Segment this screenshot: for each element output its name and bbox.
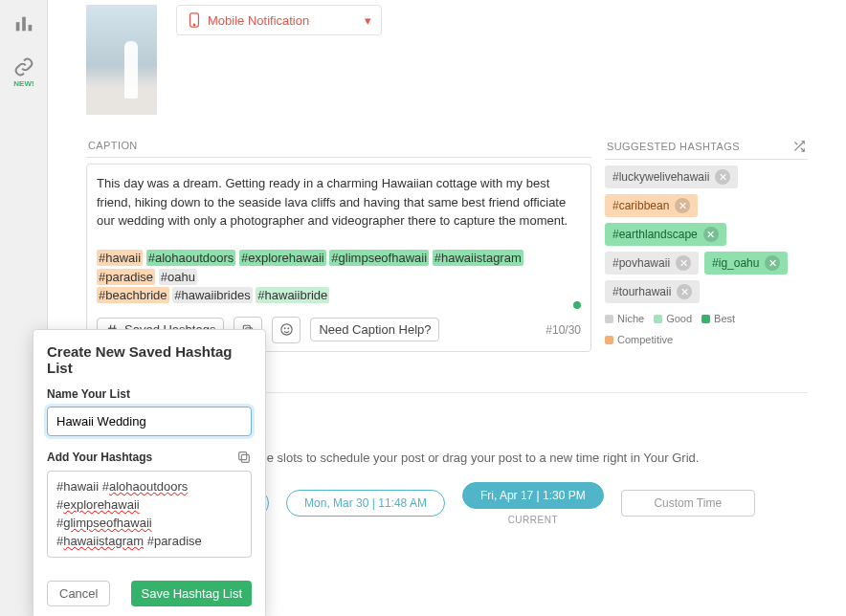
post-thumbnail[interactable] — [86, 5, 157, 115]
hashtags-textarea[interactable]: #hawaii #alohaoutdoors#explorehawaii#gli… — [47, 471, 252, 558]
suggested-tag[interactable]: #earthlandscape✕ — [605, 223, 726, 246]
remove-tag-icon[interactable]: ✕ — [675, 198, 690, 213]
shuffle-icon[interactable] — [792, 140, 806, 153]
add-hashtags-label: Add Your Hashtags — [47, 450, 252, 465]
list-name-input[interactable] — [47, 407, 252, 436]
notification-method-label: Mobile Notification — [208, 13, 309, 28]
svg-point-13 — [288, 328, 289, 329]
sidebar-analytics[interactable] — [0, 0, 48, 48]
suggested-tag[interactable]: #ig_oahu✕ — [704, 252, 788, 275]
chevron-down-icon: ▾ — [365, 13, 371, 28]
remove-tag-icon[interactable]: ✕ — [765, 255, 780, 271]
sidebar-link[interactable]: NEW! — [0, 48, 48, 96]
modal-title: Create New Saved Hashtag List — [47, 343, 252, 376]
custom-time-button[interactable]: Custom Time — [621, 490, 755, 517]
caption-help-button[interactable]: Need Caption Help? — [310, 318, 439, 341]
notification-method-select[interactable]: Mobile Notification ▾ — [176, 5, 382, 35]
svg-rect-2 — [29, 25, 33, 31]
remove-tag-icon[interactable]: ✕ — [676, 255, 691, 271]
emoji-button[interactable] — [272, 317, 301, 343]
suggested-hashtag-list: #luckywelivehawaii✕#caribbean✕#earthland… — [605, 165, 808, 303]
sidebar-new-badge: NEW! — [13, 79, 33, 88]
suggested-tag[interactable]: #tourhawaii✕ — [605, 280, 700, 303]
svg-rect-15 — [239, 452, 247, 460]
hashtag-counter: #10/30 — [545, 323, 581, 337]
remove-tag-icon[interactable]: ✕ — [703, 227, 719, 242]
caption-header: CAPTION — [86, 134, 591, 158]
time-slot-b[interactable]: Mon, Mar 30 | 11:48 AM — [286, 490, 445, 517]
status-dot — [573, 301, 581, 309]
mobile-icon — [189, 12, 200, 28]
cancel-button[interactable]: Cancel — [47, 581, 110, 606]
svg-point-11 — [281, 324, 292, 335]
suggested-tag[interactable]: #luckywelivehawaii✕ — [605, 165, 738, 188]
smiley-icon — [279, 322, 294, 337]
svg-point-4 — [193, 24, 194, 25]
caption-text[interactable]: This day was a dream. Getting ready in a… — [97, 174, 581, 305]
svg-rect-0 — [16, 22, 20, 31]
copy-icon[interactable] — [236, 450, 252, 465]
save-hashtag-list-button[interactable]: Save Hashtag List — [131, 581, 252, 606]
remove-tag-icon[interactable]: ✕ — [715, 169, 730, 185]
suggested-tag[interactable]: #caribbean✕ — [605, 194, 698, 217]
svg-point-12 — [284, 328, 285, 329]
name-list-label: Name Your List — [47, 387, 252, 401]
hashtag-legend: Niche Good Best Competitive — [605, 313, 808, 345]
link-icon — [13, 56, 34, 77]
svg-rect-14 — [241, 454, 249, 462]
suggested-header: SUGGESTED HASHTAGS — [605, 134, 808, 160]
suggested-tag[interactable]: #povhawaii✕ — [605, 252, 699, 275]
caption-editor[interactable]: This day was a dream. Getting ready in a… — [86, 164, 591, 352]
time-slot-selected[interactable]: Fri, Apr 17 | 1:30 PM — [462, 482, 604, 509]
create-hashtag-list-modal: Create New Saved Hashtag List Name Your … — [33, 329, 266, 616]
bar-chart-icon — [13, 13, 34, 34]
remove-tag-icon[interactable]: ✕ — [677, 284, 692, 299]
svg-rect-1 — [22, 17, 26, 32]
current-label: CURRENT — [508, 515, 558, 525]
